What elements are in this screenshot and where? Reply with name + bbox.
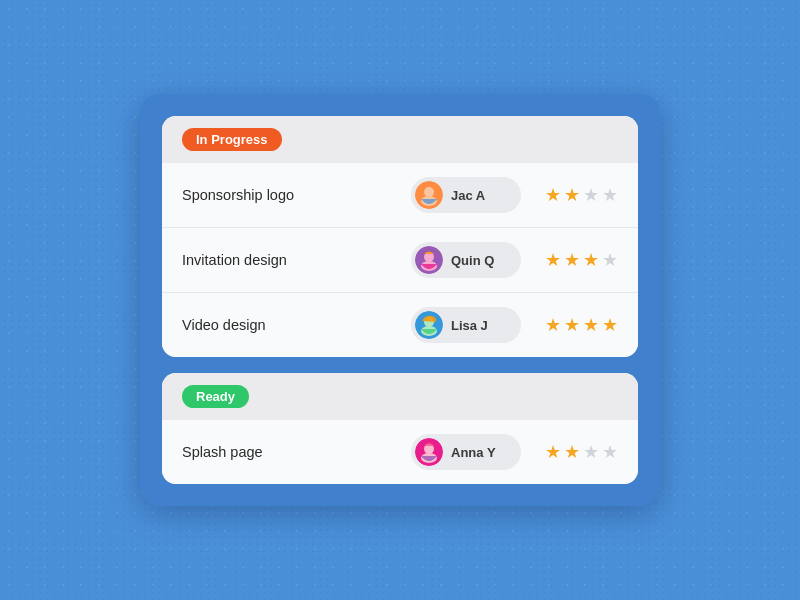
section-ready: ReadySplash page Anna Y★★★★ xyxy=(162,373,638,484)
assignee-name: Lisa J xyxy=(451,318,488,333)
task-row-sponsorship-logo[interactable]: Sponsorship logo Jac A★★★★ xyxy=(162,163,638,228)
assignee-name: Quin Q xyxy=(451,253,494,268)
task-name: Splash page xyxy=(182,444,411,460)
star-filled[interactable]: ★ xyxy=(545,316,561,334)
avatar xyxy=(415,438,443,466)
star-filled[interactable]: ★ xyxy=(564,316,580,334)
status-badge-ready: Ready xyxy=(182,385,249,408)
star-filled[interactable]: ★ xyxy=(602,316,618,334)
star-empty[interactable]: ★ xyxy=(583,443,599,461)
star-filled[interactable]: ★ xyxy=(583,316,599,334)
assignee-name: Anna Y xyxy=(451,445,496,460)
assignee-chip: Quin Q xyxy=(411,242,521,278)
avatar xyxy=(415,311,443,339)
task-name: Sponsorship logo xyxy=(182,187,411,203)
assignee-chip: Anna Y xyxy=(411,434,521,470)
task-row-splash-page[interactable]: Splash page Anna Y★★★★ xyxy=(162,420,638,484)
star-empty[interactable]: ★ xyxy=(602,251,618,269)
star-filled[interactable]: ★ xyxy=(545,186,561,204)
star-rating: ★★★★ xyxy=(545,316,618,334)
star-empty[interactable]: ★ xyxy=(602,443,618,461)
section-header-ready: Ready xyxy=(162,373,638,420)
star-filled[interactable]: ★ xyxy=(583,251,599,269)
section-header-in-progress: In Progress xyxy=(162,116,638,163)
assignee-name: Jac A xyxy=(451,188,485,203)
avatar xyxy=(415,246,443,274)
star-empty[interactable]: ★ xyxy=(602,186,618,204)
star-filled[interactable]: ★ xyxy=(564,186,580,204)
star-filled[interactable]: ★ xyxy=(545,443,561,461)
assignee-chip: Lisa J xyxy=(411,307,521,343)
task-row-video-design[interactable]: Video design Lisa J★★★★ xyxy=(162,293,638,357)
star-filled[interactable]: ★ xyxy=(564,251,580,269)
task-row-invitation-design[interactable]: Invitation design Quin Q★★★★ xyxy=(162,228,638,293)
star-rating: ★★★★ xyxy=(545,443,618,461)
svg-point-2 xyxy=(424,187,434,197)
section-in-progress: In ProgressSponsorship logo Jac A★★★★Inv… xyxy=(162,116,638,357)
task-name: Invitation design xyxy=(182,252,411,268)
main-card: In ProgressSponsorship logo Jac A★★★★Inv… xyxy=(140,94,660,506)
star-rating: ★★★★ xyxy=(545,186,618,204)
status-badge-in-progress: In Progress xyxy=(182,128,282,151)
star-filled[interactable]: ★ xyxy=(564,443,580,461)
star-filled[interactable]: ★ xyxy=(545,251,561,269)
assignee-chip: Jac A xyxy=(411,177,521,213)
avatar xyxy=(415,181,443,209)
task-name: Video design xyxy=(182,317,411,333)
star-rating: ★★★★ xyxy=(545,251,618,269)
star-empty[interactable]: ★ xyxy=(583,186,599,204)
